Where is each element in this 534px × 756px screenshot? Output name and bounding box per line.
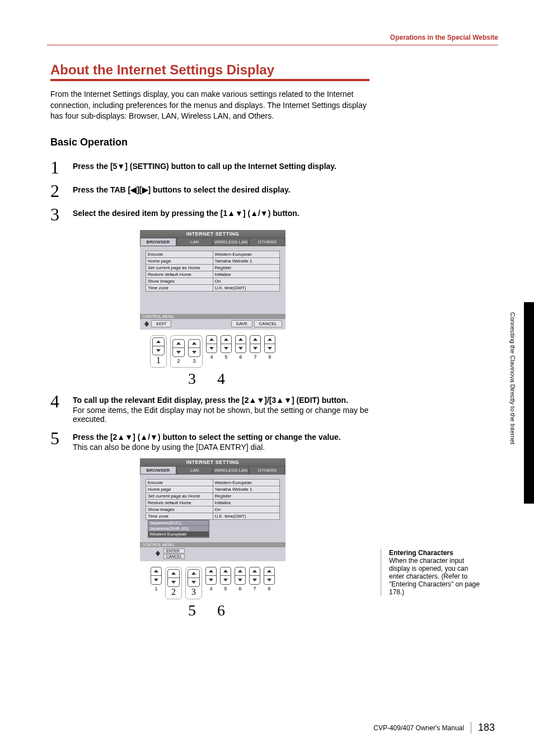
- cell: Restore default Home: [146, 271, 213, 278]
- button-3: [188, 339, 200, 357]
- button-num: 4: [206, 354, 217, 360]
- step-text: Press the [2▲▼] (▲/▼) button to select t…: [73, 433, 341, 442]
- button-1: [152, 337, 165, 355]
- tab-others: OTHERS: [249, 466, 285, 475]
- figure-cancel-button: CANCEL: [254, 320, 282, 327]
- callout-6: 6: [217, 602, 225, 619]
- footer-manual-name: CVP-409/407 Owner's Manual: [373, 724, 464, 732]
- step-number: 5: [50, 429, 73, 452]
- chapter-label-vertical: Connecting the Clavinova Directly to the…: [509, 312, 516, 444]
- button-6: [235, 335, 246, 353]
- cell: Initialize: [213, 271, 280, 278]
- cell: Restore default Home: [146, 499, 213, 506]
- button-4: [206, 335, 217, 353]
- step-desc: This can also be done by using the [DATA…: [73, 443, 369, 452]
- figure-save-button: SAVE: [231, 320, 253, 327]
- cell: Show images: [146, 506, 213, 513]
- sidebar-note: Entering Characters When the character i…: [381, 549, 481, 596]
- button-5: [221, 335, 232, 353]
- cell: Western European: [213, 479, 280, 486]
- button-num: 5: [220, 586, 231, 591]
- tab-browser: BROWSER: [140, 238, 176, 246]
- step-number: 2: [50, 182, 73, 200]
- cell: Western European: [213, 251, 280, 257]
- button-num: 5: [221, 354, 232, 360]
- figure-internet-setting-2: INTERNET SETTING BROWSER LAN WIRELESS LA…: [140, 458, 285, 619]
- step-1: 1 Press the [5▼] (SETTING) button to cal…: [50, 158, 369, 176]
- button-1: [151, 567, 162, 585]
- main-column: About the Internet Settings Display From…: [50, 62, 369, 624]
- figure-internet-setting-1: INTERNET SETTING BROWSER LAN WIRELESS LA…: [140, 230, 285, 388]
- cell: Register: [213, 264, 280, 271]
- step-2: 2 Press the TAB [◀][▶] buttons to select…: [50, 182, 369, 200]
- button-6: [235, 567, 246, 585]
- button-7: [249, 567, 260, 585]
- button-num: 4: [205, 586, 217, 591]
- button-row: 1 2 3 4 5 6 7 8: [140, 567, 285, 599]
- tab-wireless-lan: WIRELESS LAN: [213, 466, 249, 475]
- button-num: 1: [151, 586, 162, 591]
- button-8: [264, 567, 275, 585]
- popup-item-selected: Western European: [148, 532, 209, 537]
- button-num: 8: [264, 354, 275, 360]
- button-num: 6: [235, 586, 246, 591]
- cell: Home page: [146, 257, 213, 264]
- step-number: 1: [50, 158, 73, 176]
- button-num: 7: [249, 586, 260, 591]
- step-5: 5 Press the [2▲▼] (▲/▼) button to select…: [50, 429, 369, 452]
- figure-cancel-button: CANCEL: [163, 554, 185, 559]
- cell: Initialize: [213, 499, 280, 506]
- footer-page-number: 183: [471, 722, 495, 734]
- button-num: 1: [156, 355, 161, 365]
- button-num: 7: [250, 354, 261, 360]
- page-title: About the Internet Settings Display: [50, 62, 369, 81]
- cell: U.K. time(GMT): [213, 513, 280, 519]
- button-7: [250, 335, 261, 353]
- button-2: [167, 569, 180, 587]
- tab-wireless-lan: WIRELESS LAN: [213, 238, 249, 246]
- callout-5: 5: [188, 602, 196, 619]
- tab-browser: BROWSER: [140, 466, 176, 475]
- cell: On: [213, 506, 280, 513]
- step-4: 4 To call up the relevant Edit display, …: [50, 392, 369, 424]
- tab-lan: LAN: [176, 466, 213, 475]
- cell: Yamaha Website 1: [213, 257, 280, 264]
- button-3: [188, 569, 200, 587]
- figure-title: INTERNET SETTING: [140, 458, 285, 466]
- sidebar-note-text: When the character input display is open…: [389, 557, 481, 596]
- button-num: 8: [264, 586, 275, 591]
- button-8: [264, 335, 275, 353]
- step-3: 3 Select the desired item by pressing th…: [50, 205, 369, 223]
- button-num: 2: [172, 358, 185, 364]
- page-edge-tab: [524, 302, 534, 504]
- button-num: 3: [188, 358, 200, 364]
- figure-control-menu-label: CONTROL MENU: [140, 542, 285, 547]
- figure-tabs: BROWSER LAN WIRELESS LAN OTHERS: [140, 238, 285, 246]
- cell: U.K. time(GMT): [213, 284, 280, 291]
- cell: Yamaha Website 1: [213, 486, 280, 492]
- updown-icon: [154, 551, 161, 556]
- subheading-basic-operation: Basic Operation: [50, 137, 369, 148]
- button-num: 3: [191, 587, 196, 597]
- cell: Set current page as Home: [146, 264, 213, 271]
- cell: Encode: [146, 251, 213, 257]
- intro-paragraph: From the Internet Settings display, you …: [50, 89, 369, 122]
- cell: On: [213, 278, 280, 284]
- figure-settings-table: EncodeWestern European Home pageYamaha W…: [146, 479, 280, 520]
- updown-icon: [143, 321, 150, 327]
- step-text: To call up the relevant Edit display, pr…: [73, 396, 348, 405]
- button-num: 2: [171, 587, 176, 597]
- tab-others: OTHERS: [249, 238, 285, 246]
- cell: Home page: [146, 486, 213, 492]
- cell: Set current page as Home: [146, 492, 213, 499]
- header-section-title: Operations in the Special Website: [47, 34, 498, 45]
- figure-tabs: BROWSER LAN WIRELESS LAN OTHERS: [140, 466, 285, 475]
- step-text: Select the desired item by pressing the …: [73, 209, 299, 218]
- figure-enter-button: ENTER: [163, 548, 185, 553]
- step-desc: For some items, the Edit display may not…: [73, 406, 369, 424]
- button-row: 1 2 3 4 5 6 7 8: [140, 335, 285, 368]
- callout-3: 3: [188, 370, 196, 388]
- cell: Register: [213, 492, 280, 499]
- step-number: 3: [50, 205, 73, 223]
- figure-edit-button: EDIT: [151, 320, 171, 327]
